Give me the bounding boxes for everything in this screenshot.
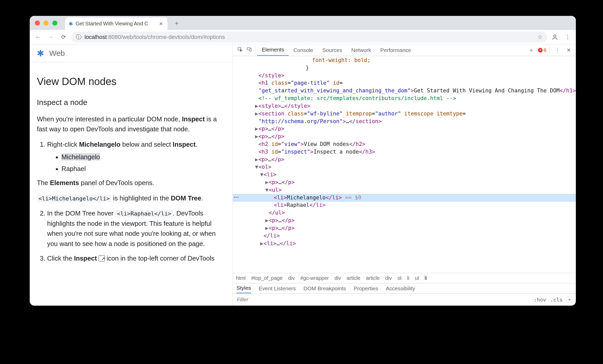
selected-dom-node[interactable]: <li>Michelangelo</li> == $0 bbox=[233, 194, 576, 202]
svg-point-0 bbox=[554, 35, 556, 37]
cls-toggle[interactable]: .cls bbox=[550, 297, 563, 303]
device-toggle-button[interactable] bbox=[245, 47, 254, 53]
close-window-button[interactable] bbox=[35, 20, 40, 26]
step-1: Right-click Michelangelo below and selec… bbox=[47, 140, 225, 204]
subtab-dom-breakpoints[interactable]: DOM Breakpoints bbox=[304, 283, 346, 293]
crumb[interactable]: li bbox=[425, 275, 427, 281]
browser-window: ✱ Get Started With Viewing And C ✕ ＋ ← →… bbox=[30, 16, 576, 306]
step-3: Click the Inspect icon in the top-left c… bbox=[47, 253, 225, 264]
back-button[interactable]: ← bbox=[33, 32, 43, 42]
code-snippet: <li>Michelangelo</li> bbox=[37, 195, 111, 202]
inspect-icon bbox=[99, 255, 105, 261]
address-bar[interactable]: ⓘ localhost:8080/web/tools/chrome-devtoo… bbox=[71, 32, 547, 42]
crumb[interactable]: div bbox=[385, 275, 392, 281]
profile-icon[interactable] bbox=[550, 32, 560, 42]
rendered-page: ✱ Web View DOM nodes Inspect a node When… bbox=[30, 44, 233, 306]
subsection-heading: Inspect a node bbox=[37, 97, 225, 109]
menu-icon[interactable]: ⋮ bbox=[563, 32, 573, 42]
page-header: ✱ Web bbox=[30, 44, 233, 62]
article-body: View DOM nodes Inspect a node When you'r… bbox=[30, 62, 233, 264]
inspect-element-button[interactable] bbox=[235, 47, 245, 53]
crumb[interactable]: #top_of_page bbox=[251, 275, 283, 281]
subtab-accessibility[interactable]: Accessibility bbox=[386, 283, 415, 293]
devtools-close-button[interactable]: ✕ bbox=[564, 47, 573, 53]
site-title: Web bbox=[49, 49, 65, 58]
crumb[interactable]: #gc-wrapper bbox=[300, 275, 329, 281]
tab-performance[interactable]: Performance bbox=[376, 44, 416, 56]
subtab-styles[interactable]: Styles bbox=[236, 283, 251, 293]
crumb[interactable]: div bbox=[335, 275, 341, 281]
code-snippet: <li>Raphael</li> bbox=[115, 210, 173, 217]
maximize-window-button[interactable] bbox=[52, 20, 57, 26]
error-badge[interactable]: ✕6 bbox=[538, 47, 546, 53]
minimize-window-button[interactable] bbox=[44, 20, 49, 26]
site-logo-icon: ✱ bbox=[37, 48, 44, 58]
tab-elements[interactable]: Elements bbox=[257, 44, 289, 56]
example-list: Michelangelo Raphael bbox=[47, 152, 225, 174]
crumb[interactable]: ul bbox=[415, 275, 419, 281]
tab-strip: ✱ Get Started With Viewing And C ✕ ＋ bbox=[30, 16, 576, 30]
crumb[interactable]: ol bbox=[398, 275, 402, 281]
breadcrumb[interactable]: html #top_of_page div #gc-wrapper div ar… bbox=[233, 273, 576, 283]
step-1-note-a: The Elements panel of DevTools opens. bbox=[37, 178, 225, 188]
reload-button[interactable]: ⟳ bbox=[58, 32, 69, 42]
list-item-raphael[interactable]: Raphael bbox=[61, 164, 225, 174]
close-tab-button[interactable]: ✕ bbox=[158, 21, 164, 27]
list-item-michelangelo[interactable]: Michelangelo bbox=[61, 152, 225, 162]
step-1-note-b: <li>Michelangelo</li> is highlighted in … bbox=[37, 193, 225, 204]
devtools-panel: Elements Console Sources Network Perform… bbox=[233, 44, 576, 306]
tab-title: Get Started With Viewing And C bbox=[76, 21, 155, 27]
subtab-event-listeners[interactable]: Event Listeners bbox=[259, 283, 296, 293]
svg-rect-3 bbox=[250, 48, 251, 51]
more-tabs-button[interactable]: » bbox=[527, 47, 536, 53]
devtools-menu-button[interactable]: ⋮ bbox=[553, 47, 562, 53]
crumb[interactable]: article bbox=[366, 275, 380, 281]
window-controls bbox=[35, 20, 57, 26]
tab-sources[interactable]: Sources bbox=[318, 44, 347, 56]
tab-console[interactable]: Console bbox=[289, 44, 318, 56]
star-icon[interactable]: ☆ bbox=[537, 34, 543, 40]
dom-tree[interactable]: font-weight: bold; } </style> <h1 class=… bbox=[233, 56, 576, 273]
crumb[interactable]: li bbox=[407, 275, 409, 281]
intro-paragraph: When you're interested in a particular D… bbox=[37, 114, 225, 134]
tab-network[interactable]: Network bbox=[347, 44, 376, 56]
subtab-properties[interactable]: Properties bbox=[354, 283, 378, 293]
crumb[interactable]: div bbox=[288, 275, 295, 281]
hov-toggle[interactable]: :hov bbox=[534, 297, 546, 303]
browser-tab[interactable]: ✱ Get Started With Viewing And C ✕ bbox=[65, 17, 168, 30]
crumb[interactable]: html bbox=[236, 275, 246, 281]
new-style-rule-button[interactable]: + bbox=[567, 297, 572, 302]
forward-button[interactable]: → bbox=[46, 32, 56, 42]
new-tab-button[interactable]: ＋ bbox=[174, 19, 180, 27]
url-text: localhost:8080/web/tools/chrome-devtools… bbox=[85, 34, 225, 40]
styles-tabbar: Styles Event Listeners DOM Breakpoints P… bbox=[233, 283, 576, 293]
instruction-list: Right-click Michelangelo below and selec… bbox=[37, 140, 225, 264]
devtools-tabbar: Elements Console Sources Network Perform… bbox=[233, 44, 576, 56]
content-area: ✱ Web View DOM nodes Inspect a node When… bbox=[30, 44, 576, 306]
tab-favicon-icon: ✱ bbox=[69, 21, 73, 27]
step-2: In the DOM Tree hover <li>Raphael</li>. … bbox=[47, 208, 225, 249]
section-heading: View DOM nodes bbox=[37, 73, 225, 89]
site-info-icon[interactable]: ⓘ bbox=[76, 33, 81, 41]
styles-filter-bar: :hov .cls + bbox=[233, 293, 576, 306]
browser-toolbar: ← → ⟳ ⓘ localhost:8080/web/tools/chrome-… bbox=[30, 30, 576, 44]
filter-input[interactable] bbox=[236, 296, 293, 303]
crumb[interactable]: article bbox=[347, 275, 360, 281]
